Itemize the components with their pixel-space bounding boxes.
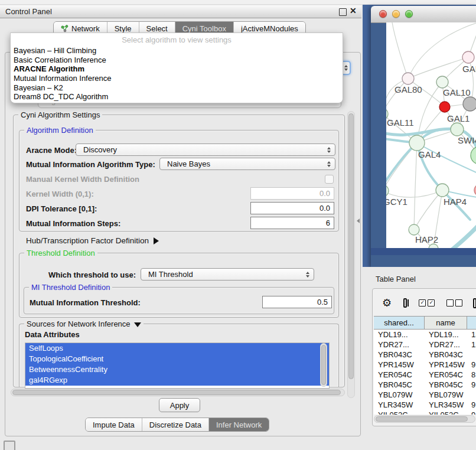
close-icon[interactable]: ✕ xyxy=(350,6,357,15)
table-cell[interactable]: YER054C xyxy=(425,370,467,380)
table-cell[interactable]: 9. xyxy=(467,380,476,390)
close-traffic-light-icon[interactable] xyxy=(379,10,387,18)
network-node-gcy1[interactable] xyxy=(386,185,389,197)
table-cell[interactable]: YDR27... xyxy=(425,340,467,350)
network-node-gal1[interactable] xyxy=(439,102,450,112)
gear-icon[interactable]: ⚙ xyxy=(382,296,392,309)
attribute-item-topologicalcoefficient[interactable]: TopologicalCoefficient xyxy=(25,354,329,364)
deselect-all-checkboxes-icon[interactable] xyxy=(446,299,462,306)
table-cell[interactable]: YBR043C xyxy=(425,350,467,360)
network-node-gal10[interactable] xyxy=(436,76,448,88)
algorithm-dropdown: Select algorithm to view settings Bayesi… xyxy=(10,32,343,103)
network-node-hap4[interactable] xyxy=(436,184,449,197)
combo-arrows-icon xyxy=(306,269,309,280)
network-window-titlebar[interactable] xyxy=(371,6,476,23)
table-cell[interactable]: YBR045C xyxy=(425,380,467,390)
new-table-icon[interactable] xyxy=(473,298,476,308)
table-toolbar: ⚙ ✓ ✓ xyxy=(373,294,476,312)
algorithm-option-mutual-information-inference[interactable]: Mutual Information Inference xyxy=(12,74,341,83)
dpi-tolerance-label: DPI Tolerance [0,1]: xyxy=(26,204,97,213)
mi-algorithm-type-combo[interactable]: Naive Bayes xyxy=(159,158,335,170)
network-node-swi4[interactable] xyxy=(471,146,476,164)
hub-definition-toggle[interactable]: Hub/Transcription Factor Definition xyxy=(26,236,159,245)
aracne-mode-label: Aracne Mode: xyxy=(26,146,77,155)
table-cell[interactable]: 13 xyxy=(467,330,476,340)
table-cell[interactable]: 9 xyxy=(467,410,476,415)
network-node-gal4[interactable] xyxy=(409,135,425,151)
dpi-tolerance-field[interactable]: 0.0 xyxy=(250,202,334,214)
table-cell[interactable]: 9. xyxy=(467,360,476,370)
attribute-item-betweennesscentrality[interactable]: BetweennessCentrality xyxy=(25,364,329,375)
kernel-width-field[interactable]: 0.0 xyxy=(250,187,334,200)
table-cell[interactable]: YPR145W xyxy=(374,360,425,370)
bottom-tabbar: Impute DataDiscretize DataInfer Network xyxy=(85,418,269,432)
dock-mini-icon[interactable] xyxy=(4,441,15,450)
data-attributes-list: SelfLoopsTopologicalCoefficientBetweenne… xyxy=(25,343,330,389)
table-cell[interactable]: YBR043C xyxy=(374,350,425,360)
tab-discretize-data[interactable]: Discretize Data xyxy=(142,418,209,431)
algorithm-option-basic-correlation-inference[interactable]: Basic Correlation Inference xyxy=(12,56,341,65)
node-attribute-table: shared...nameAYDL19...YDL19...13YDR27...… xyxy=(374,316,476,415)
table-cell[interactable]: YIL052C xyxy=(374,410,425,415)
zoom-traffic-light-icon[interactable] xyxy=(405,10,413,18)
spinner-down-icon xyxy=(344,69,348,71)
select-all-checkboxes-icon[interactable]: ✓ ✓ xyxy=(419,299,435,306)
attribute-item-selfloops[interactable]: SelfLoops xyxy=(25,343,329,354)
data-attributes-label: Data Attributes xyxy=(25,330,80,339)
table-cell[interactable]: YBL079W xyxy=(374,390,425,400)
apply-button[interactable]: Apply xyxy=(159,398,200,412)
column-header-a[interactable]: A xyxy=(467,317,476,330)
algorithm-option-bayesian-hill-climbing[interactable]: Bayesian – Hill Climbing xyxy=(12,46,341,56)
settings-horizontal-scrollbar[interactable] xyxy=(11,389,345,396)
network-canvas[interactable]: GALGAL80GAL10GAL1GAL11SWI4GAL4GCY1HAP4YH… xyxy=(386,22,476,248)
network-node[interactable] xyxy=(451,123,464,136)
table-cell[interactable]: YLR345W xyxy=(425,400,467,410)
table-horizontal-scrollbar[interactable] xyxy=(374,415,475,423)
attribute-item-gal4rgexp[interactable]: gal4RGexp xyxy=(25,375,329,386)
table-cell[interactable]: YBL079W xyxy=(425,390,467,400)
minimize-traffic-light-icon[interactable] xyxy=(392,10,400,18)
network-icon xyxy=(61,25,69,32)
network-node[interactable] xyxy=(429,244,438,248)
which-threshold-combo[interactable]: MI Threshold xyxy=(141,268,314,281)
table-cell[interactable]: YDL19... xyxy=(374,330,425,340)
sources-title[interactable]: Sources for Network Inference xyxy=(24,319,144,328)
mi-threshold-field[interactable]: 0.5 xyxy=(262,296,332,308)
network-node-gal[interactable] xyxy=(462,51,474,63)
table-cell[interactable]: YDL19... xyxy=(425,330,467,340)
panel-collapse-arrow[interactable] xyxy=(357,219,360,223)
table-cell[interactable]: 8. xyxy=(467,370,476,380)
table-cell[interactable]: YBR045C xyxy=(374,380,425,390)
column-layout-icon[interactable] xyxy=(403,298,407,308)
algorithm-option-aracne-algorithm[interactable]: ARACNE Algorithm xyxy=(12,64,341,74)
table-cell[interactable] xyxy=(467,390,476,400)
float-window-icon[interactable] xyxy=(339,8,347,16)
column-header-name[interactable]: name xyxy=(425,317,467,330)
table-cell[interactable]: 12 xyxy=(467,340,476,350)
algorithm-option-bayesian-k2[interactable]: Bayesian – K2 xyxy=(12,83,341,93)
manual-kernel-width-checkbox[interactable] xyxy=(325,175,334,184)
network-node-label: SWI4 xyxy=(458,135,476,145)
settings-vertical-scrollbar[interactable] xyxy=(347,111,355,398)
network-node-gal80[interactable] xyxy=(402,73,414,84)
column-header-shared[interactable]: shared... xyxy=(374,317,425,330)
table-cell[interactable] xyxy=(467,350,476,360)
table-cell[interactable]: YER054C xyxy=(374,370,425,380)
aracne-mode-combo[interactable]: Discovery xyxy=(76,144,335,156)
mi-steps-field[interactable]: 6 xyxy=(250,217,334,229)
table-cell[interactable]: YLR345W xyxy=(374,400,425,410)
tab-impute-data[interactable]: Impute Data xyxy=(86,418,142,431)
table-cell[interactable]: 9. xyxy=(467,400,476,410)
attributes-scrollbar[interactable] xyxy=(320,343,327,387)
algorithm-option-dream8-dc-tdc-algorithm[interactable]: Dream8 DC_TDC Algorithm xyxy=(12,92,341,102)
table-cell[interactable]: YIL052C xyxy=(425,410,467,415)
table-cell[interactable]: YDR27... xyxy=(374,340,425,350)
network-node-hap2[interactable] xyxy=(409,224,419,235)
tab-infer-network[interactable]: Infer Network xyxy=(209,418,269,431)
network-node[interactable] xyxy=(463,97,476,111)
right-region: GALGAL80GAL10GAL1GAL11SWI4GAL4GCY1HAP4YH… xyxy=(363,0,476,450)
table-cell[interactable]: YPR145W xyxy=(425,360,467,370)
kernel-width-label: Kernel Width (0,1): xyxy=(26,190,94,198)
collapse-down-icon xyxy=(134,322,141,327)
network-graph: GALGAL80GAL10GAL1GAL11SWI4GAL4GCY1HAP4YH… xyxy=(386,22,476,248)
